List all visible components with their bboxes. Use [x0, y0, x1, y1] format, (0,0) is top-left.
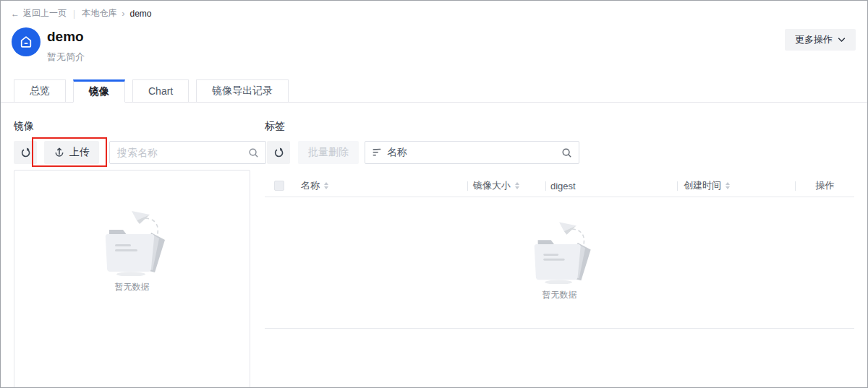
- column-actions: 操作: [796, 179, 854, 192]
- back-link[interactable]: ← 返回上一页: [11, 7, 67, 20]
- column-created-time-label: 创建时间: [684, 179, 721, 192]
- images-list: 暂无数据: [14, 170, 250, 388]
- tab-image-export-records[interactable]: 镜像导出记录: [196, 79, 289, 103]
- column-actions-label: 操作: [816, 179, 835, 192]
- back-arrow-icon: ←: [11, 9, 20, 19]
- page-header: demo 暂无简介 更多操作: [1, 27, 867, 64]
- header-text: demo 暂无简介: [47, 27, 85, 64]
- refresh-icon: [20, 147, 32, 159]
- batch-delete-button[interactable]: 批量删除: [298, 141, 359, 164]
- filter-lines-icon: [373, 148, 382, 157]
- upload-label: 上传: [69, 146, 90, 159]
- breadcrumb-parent[interactable]: 本地仓库: [82, 7, 116, 20]
- sort-icon[interactable]: [726, 182, 730, 189]
- tags-table-header: 名称 镜像大小 digest 创建时间: [265, 175, 854, 197]
- images-empty-state: 暂无数据: [14, 204, 250, 293]
- more-actions-label: 更多操作: [795, 33, 833, 46]
- select-all-cell: [265, 181, 301, 191]
- page-subtitle: 暂无简介: [47, 51, 85, 64]
- breadcrumb-current: demo: [129, 9, 151, 19]
- tags-empty-text: 暂无数据: [542, 289, 577, 301]
- images-search-input[interactable]: [117, 147, 248, 158]
- column-image-size[interactable]: 镜像大小: [468, 179, 545, 192]
- breadcrumb-divider: |: [73, 9, 75, 19]
- tags-empty-row: 暂无数据: [265, 197, 854, 329]
- images-toolbar: 上传: [14, 141, 250, 164]
- repository-detail-page: ← 返回上一页 | 本地仓库 › demo demo 暂无简介 更多操作: [0, 0, 868, 388]
- tab-chart[interactable]: Chart: [132, 79, 189, 103]
- tab-chart-label: Chart: [148, 85, 173, 97]
- chevron-down-icon: [838, 37, 846, 43]
- tab-images[interactable]: 镜像: [73, 79, 125, 103]
- content-area: 镜像 上传: [1, 103, 867, 388]
- images-panel: 镜像 上传: [14, 103, 250, 388]
- images-empty-text: 暂无数据: [115, 281, 150, 293]
- column-name[interactable]: 名称: [301, 179, 467, 192]
- tab-images-label: 镜像: [89, 85, 109, 98]
- home-icon: [19, 35, 33, 49]
- tab-overview-label: 总览: [30, 85, 50, 98]
- tab-image-export-records-label: 镜像导出记录: [212, 85, 273, 98]
- tags-toolbar: 批量删除 名称: [267, 141, 854, 164]
- sort-icon[interactable]: [324, 182, 328, 189]
- refresh-icon: [273, 147, 285, 159]
- empty-folder-illustration: [90, 204, 174, 276]
- tags-empty-state: 暂无数据: [520, 215, 600, 301]
- search-icon[interactable]: [561, 147, 572, 158]
- column-digest-label: digest: [550, 181, 576, 191]
- upload-icon: [54, 147, 65, 158]
- tags-panel: 标签 批量删除 名称: [265, 103, 854, 388]
- images-search-box: [109, 141, 266, 164]
- images-panel-title: 镜像: [14, 120, 250, 132]
- upload-button-wrapper: 上传: [44, 141, 99, 164]
- more-actions-button[interactable]: 更多操作: [785, 29, 856, 51]
- tab-overview[interactable]: 总览: [14, 79, 66, 103]
- column-digest: digest: [546, 181, 677, 191]
- repository-avatar: [12, 27, 41, 56]
- select-all-checkbox[interactable]: [274, 181, 284, 191]
- back-label: 返回上一页: [23, 7, 67, 20]
- tags-refresh-button[interactable]: [267, 141, 290, 164]
- column-created-time[interactable]: 创建时间: [678, 179, 795, 192]
- sort-icon[interactable]: [515, 182, 519, 189]
- empty-folder-illustration: [520, 215, 600, 284]
- upload-button[interactable]: 上传: [44, 141, 99, 164]
- column-name-label: 名称: [301, 179, 320, 192]
- search-icon[interactable]: [248, 147, 259, 158]
- column-image-size-label: 镜像大小: [473, 179, 511, 192]
- tags-panel-title: 标签: [265, 120, 854, 132]
- images-refresh-button[interactable]: [14, 141, 37, 164]
- breadcrumb: ← 返回上一页 | 本地仓库 › demo: [1, 1, 867, 20]
- tag-filter-input[interactable]: 名称: [365, 141, 579, 164]
- breadcrumb-chevron-icon: ›: [122, 8, 124, 19]
- filter-field-label: 名称: [387, 146, 561, 159]
- page-title: demo: [47, 28, 85, 46]
- tab-bar: 总览 镜像 Chart 镜像导出记录: [1, 79, 867, 103]
